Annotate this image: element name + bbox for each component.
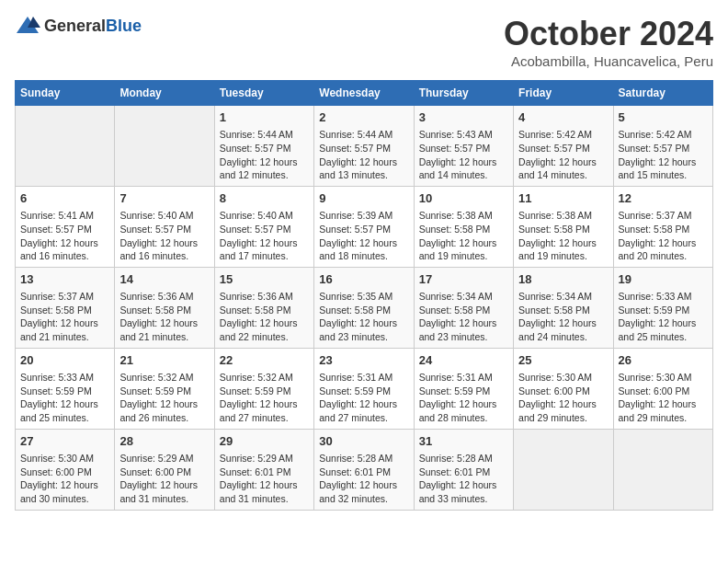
day-content: Sunrise: 5:40 AM Sunset: 5:57 PM Dayligh…: [119, 209, 209, 263]
day-number: 2: [319, 109, 408, 126]
day-number: 22: [220, 352, 309, 369]
day-content: Sunrise: 5:31 AM Sunset: 5:59 PM Dayligh…: [319, 371, 408, 425]
day-content: Sunrise: 5:38 AM Sunset: 5:58 PM Dayligh…: [419, 209, 508, 263]
calendar-cell: 18Sunrise: 5:34 AM Sunset: 5:58 PM Dayli…: [514, 267, 613, 348]
day-number: 14: [119, 271, 209, 288]
day-content: Sunrise: 5:37 AM Sunset: 5:58 PM Dayligh…: [619, 209, 708, 263]
day-number: 11: [518, 190, 608, 207]
calendar-table: SundayMondayTuesdayWednesdayThursdayFrid…: [15, 80, 713, 511]
calendar-cell: 16Sunrise: 5:35 AM Sunset: 5:58 PM Dayli…: [314, 267, 414, 348]
month-title: October 2024: [504, 15, 713, 53]
day-number: 20: [20, 352, 109, 369]
calendar-cell: [613, 429, 712, 510]
day-content: Sunrise: 5:35 AM Sunset: 5:58 PM Dayligh…: [319, 290, 408, 344]
calendar-cell: 22Sunrise: 5:32 AM Sunset: 5:59 PM Dayli…: [214, 348, 313, 429]
calendar-cell: 24Sunrise: 5:31 AM Sunset: 5:59 PM Dayli…: [414, 348, 513, 429]
day-header-saturday: Saturday: [613, 81, 712, 106]
calendar-cell: 2Sunrise: 5:44 AM Sunset: 5:57 PM Daylig…: [314, 106, 414, 187]
day-content: Sunrise: 5:44 AM Sunset: 5:57 PM Dayligh…: [220, 128, 309, 182]
day-number: 18: [518, 271, 608, 288]
day-number: 17: [419, 271, 508, 288]
calendar-cell: [115, 106, 214, 187]
calendar-cell: 7Sunrise: 5:40 AM Sunset: 5:57 PM Daylig…: [115, 186, 214, 267]
day-number: 4: [518, 109, 608, 126]
day-content: Sunrise: 5:42 AM Sunset: 5:57 PM Dayligh…: [619, 128, 708, 182]
day-content: Sunrise: 5:29 AM Sunset: 6:00 PM Dayligh…: [119, 452, 209, 506]
calendar-cell: 27Sunrise: 5:30 AM Sunset: 6:00 PM Dayli…: [16, 429, 115, 510]
calendar-week-row: 20Sunrise: 5:33 AM Sunset: 5:59 PM Dayli…: [16, 348, 713, 429]
logo: GeneralBlue: [15, 15, 142, 37]
calendar-cell: 5Sunrise: 5:42 AM Sunset: 5:57 PM Daylig…: [613, 106, 712, 187]
calendar-week-row: 27Sunrise: 5:30 AM Sunset: 6:00 PM Dayli…: [16, 429, 713, 510]
day-number: 7: [119, 190, 209, 207]
day-content: Sunrise: 5:39 AM Sunset: 5:57 PM Dayligh…: [319, 209, 408, 263]
day-number: 5: [619, 109, 708, 126]
location-subtitle: Acobambilla, Huancavelica, Peru: [504, 53, 713, 69]
calendar-cell: 6Sunrise: 5:41 AM Sunset: 5:57 PM Daylig…: [16, 186, 115, 267]
calendar-cell: 28Sunrise: 5:29 AM Sunset: 6:00 PM Dayli…: [115, 429, 214, 510]
calendar-cell: 30Sunrise: 5:28 AM Sunset: 6:01 PM Dayli…: [314, 429, 414, 510]
day-content: Sunrise: 5:32 AM Sunset: 5:59 PM Dayligh…: [119, 371, 209, 425]
day-header-wednesday: Wednesday: [314, 81, 414, 106]
day-header-monday: Monday: [115, 81, 214, 106]
day-header-thursday: Thursday: [414, 81, 513, 106]
calendar-cell: 15Sunrise: 5:36 AM Sunset: 5:58 PM Dayli…: [214, 267, 313, 348]
calendar-cell: 29Sunrise: 5:29 AM Sunset: 6:01 PM Dayli…: [214, 429, 313, 510]
day-number: 16: [319, 271, 408, 288]
day-number: 10: [419, 190, 508, 207]
calendar-cell: 8Sunrise: 5:40 AM Sunset: 5:57 PM Daylig…: [214, 186, 313, 267]
day-content: Sunrise: 5:31 AM Sunset: 5:59 PM Dayligh…: [419, 371, 508, 425]
day-content: Sunrise: 5:30 AM Sunset: 6:00 PM Dayligh…: [619, 371, 708, 425]
day-content: Sunrise: 5:36 AM Sunset: 5:58 PM Dayligh…: [119, 290, 209, 344]
calendar-header-row: SundayMondayTuesdayWednesdayThursdayFrid…: [16, 81, 713, 106]
calendar-cell: 17Sunrise: 5:34 AM Sunset: 5:58 PM Dayli…: [414, 267, 513, 348]
day-number: 12: [619, 190, 708, 207]
calendar-cell: 9Sunrise: 5:39 AM Sunset: 5:57 PM Daylig…: [314, 186, 414, 267]
calendar-week-row: 1Sunrise: 5:44 AM Sunset: 5:57 PM Daylig…: [16, 106, 713, 187]
calendar-cell: 3Sunrise: 5:43 AM Sunset: 5:57 PM Daylig…: [414, 106, 513, 187]
day-number: 26: [619, 352, 708, 369]
calendar-body: 1Sunrise: 5:44 AM Sunset: 5:57 PM Daylig…: [16, 106, 713, 511]
day-content: Sunrise: 5:32 AM Sunset: 5:59 PM Dayligh…: [220, 371, 309, 425]
logo-icon: [15, 15, 40, 37]
calendar-cell: 21Sunrise: 5:32 AM Sunset: 5:59 PM Dayli…: [115, 348, 214, 429]
day-content: Sunrise: 5:42 AM Sunset: 5:57 PM Dayligh…: [518, 128, 608, 182]
day-content: Sunrise: 5:30 AM Sunset: 6:00 PM Dayligh…: [20, 452, 109, 506]
day-content: Sunrise: 5:28 AM Sunset: 6:01 PM Dayligh…: [319, 452, 408, 506]
day-number: 3: [419, 109, 508, 126]
day-header-friday: Friday: [514, 81, 613, 106]
day-number: 6: [20, 190, 109, 207]
calendar-cell: 20Sunrise: 5:33 AM Sunset: 5:59 PM Dayli…: [16, 348, 115, 429]
calendar-cell: 13Sunrise: 5:37 AM Sunset: 5:58 PM Dayli…: [16, 267, 115, 348]
day-content: Sunrise: 5:30 AM Sunset: 6:00 PM Dayligh…: [518, 371, 608, 425]
day-content: Sunrise: 5:34 AM Sunset: 5:58 PM Dayligh…: [419, 290, 508, 344]
day-content: Sunrise: 5:28 AM Sunset: 6:01 PM Dayligh…: [419, 452, 508, 506]
day-number: 9: [319, 190, 408, 207]
day-number: 1: [220, 109, 309, 126]
day-number: 30: [319, 433, 408, 450]
day-content: Sunrise: 5:44 AM Sunset: 5:57 PM Dayligh…: [319, 128, 408, 182]
calendar-cell: 19Sunrise: 5:33 AM Sunset: 5:59 PM Dayli…: [613, 267, 712, 348]
day-content: Sunrise: 5:38 AM Sunset: 5:58 PM Dayligh…: [518, 209, 608, 263]
day-content: Sunrise: 5:33 AM Sunset: 5:59 PM Dayligh…: [20, 371, 109, 425]
day-content: Sunrise: 5:36 AM Sunset: 5:58 PM Dayligh…: [220, 290, 309, 344]
day-number: 31: [419, 433, 508, 450]
calendar-cell: 1Sunrise: 5:44 AM Sunset: 5:57 PM Daylig…: [214, 106, 313, 187]
title-section: October 2024 Acobambilla, Huancavelica, …: [504, 15, 713, 69]
day-content: Sunrise: 5:33 AM Sunset: 5:59 PM Dayligh…: [619, 290, 708, 344]
calendar-cell: 4Sunrise: 5:42 AM Sunset: 5:57 PM Daylig…: [514, 106, 613, 187]
day-content: Sunrise: 5:34 AM Sunset: 5:58 PM Dayligh…: [518, 290, 608, 344]
day-content: Sunrise: 5:40 AM Sunset: 5:57 PM Dayligh…: [220, 209, 309, 263]
day-number: 28: [119, 433, 209, 450]
calendar-cell: [16, 106, 115, 187]
day-header-sunday: Sunday: [16, 81, 115, 106]
calendar-week-row: 6Sunrise: 5:41 AM Sunset: 5:57 PM Daylig…: [16, 186, 713, 267]
day-number: 23: [319, 352, 408, 369]
calendar-cell: 11Sunrise: 5:38 AM Sunset: 5:58 PM Dayli…: [514, 186, 613, 267]
day-number: 29: [220, 433, 309, 450]
day-number: 25: [518, 352, 608, 369]
day-content: Sunrise: 5:29 AM Sunset: 6:01 PM Dayligh…: [220, 452, 309, 506]
day-number: 24: [419, 352, 508, 369]
logo-general: General: [44, 17, 106, 35]
day-content: Sunrise: 5:41 AM Sunset: 5:57 PM Dayligh…: [20, 209, 109, 263]
